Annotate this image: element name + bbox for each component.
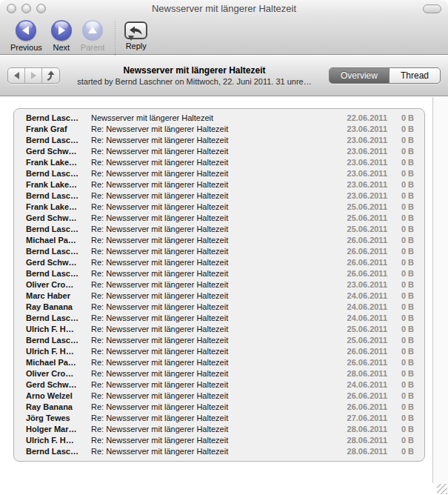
message-date: 23.06.2011 <box>338 279 387 290</box>
message-row[interactable]: Marc HaberRe: Newsserver mit längerer Ha… <box>14 290 424 302</box>
message-subject: Re: Newsserver mit längerer Haltezeit <box>91 368 338 379</box>
message-row[interactable]: Frank Lake…Re: Newsserver mit längerer H… <box>14 202 424 213</box>
message-size: 0 B <box>387 246 414 257</box>
message-date: 23.06.2011 <box>338 146 387 157</box>
message-subject: Re: Newsserver mit längerer Haltezeit <box>91 268 338 279</box>
thread-title-block: Newsserver mit längerer Haltezeit starte… <box>60 65 329 86</box>
previous-button[interactable]: Previous <box>6 20 47 52</box>
message-size: 0 B <box>387 213 414 224</box>
circle-arrow-up-icon <box>82 20 103 41</box>
message-date: 24.06.2011 <box>338 313 387 324</box>
message-author: Bernd Lasc… <box>26 446 91 457</box>
message-subject: Re: Newsserver mit längerer Haltezeit <box>91 435 338 446</box>
message-row[interactable]: Oliver Cro…Re: Newsserver mit längerer H… <box>14 368 424 379</box>
toolbar-toggle-pill[interactable] <box>423 4 441 13</box>
message-row[interactable]: Bernd Lasc…Re: Newsserver mit längerer H… <box>14 246 424 257</box>
message-date: 28.06.2011 <box>338 446 387 457</box>
message-subject: Re: Newsserver mit längerer Haltezeit <box>91 202 338 213</box>
message-row[interactable]: Frank Lake…Re: Newsserver mit längerer H… <box>14 179 424 190</box>
message-subject: Re: Newsserver mit längerer Haltezeit <box>91 179 338 190</box>
message-row[interactable]: Holger Mar…Re: Newsserver mit längerer H… <box>14 424 424 435</box>
titlebar[interactable]: Newsserver mit längerer Haltezeit <box>0 0 448 16</box>
minimize-button[interactable] <box>21 4 31 13</box>
circle-arrow-right-icon <box>51 20 72 41</box>
message-date: 25.06.2011 <box>338 335 387 346</box>
vertical-scrollbar-track[interactable] <box>432 97 448 483</box>
message-author: Arno Welzel <box>26 391 91 402</box>
message-row[interactable]: Bernd Lasc…Newsserver mit längerer Halte… <box>14 113 424 124</box>
thread-header: Newsserver mit längerer Haltezeit starte… <box>0 56 448 96</box>
message-subject: Re: Newsserver mit längerer Haltezeit <box>91 302 338 313</box>
close-button[interactable] <box>7 4 16 13</box>
message-row[interactable]: Ray BananaRe: Newsserver mit längerer Ha… <box>14 302 424 313</box>
message-row[interactable]: Frank Lake…Re: Newsserver mit längerer H… <box>14 157 424 168</box>
message-row[interactable]: Gerd Schw…Re: Newsserver mit längerer Ha… <box>14 146 424 157</box>
zoom-button[interactable] <box>36 4 46 13</box>
message-author: Ulrich F. H… <box>26 346 91 357</box>
message-row[interactable]: Jörg TewesRe: Newsserver mit längerer Ha… <box>14 413 424 424</box>
message-subject: Newsserver mit längerer Haltezeit <box>91 113 338 124</box>
message-author: Michael Pa… <box>26 235 91 246</box>
message-size: 0 B <box>387 335 414 346</box>
message-row[interactable]: Bernd Lasc…Re: Newsserver mit längerer H… <box>14 335 424 346</box>
message-date: 23.06.2011 <box>338 157 387 168</box>
message-date: 22.06.2011 <box>338 113 387 124</box>
toolbar: Previous Next Parent Reply <box>0 16 448 56</box>
message-row[interactable]: Michael Pa…Re: Newsserver mit längerer H… <box>14 235 424 246</box>
window-title: Newsserver mit längerer Haltezeit <box>0 0 448 17</box>
message-row[interactable]: Bernd Lasc…Re: Newsserver mit längerer H… <box>14 168 424 179</box>
message-size: 0 B <box>387 324 414 335</box>
previous-label: Previous <box>10 43 42 52</box>
message-row[interactable]: Bernd Lasc…Re: Newsserver mit längerer H… <box>14 190 424 202</box>
message-row[interactable]: Gerd Schw…Re: Newsserver mit längerer Ha… <box>14 257 424 268</box>
parent-button: Parent <box>76 20 109 52</box>
message-date: 25.06.2011 <box>338 202 387 213</box>
message-row[interactable]: Arno WelzelRe: Newsserver mit längerer H… <box>14 391 424 402</box>
message-row[interactable]: Ulrich F. H…Re: Newsserver mit längerer … <box>14 324 424 335</box>
window-resize-grip[interactable] <box>437 484 447 494</box>
back-button[interactable] <box>8 68 25 83</box>
traffic-lights <box>7 4 46 13</box>
message-date: 28.06.2011 <box>338 435 387 446</box>
up-button[interactable] <box>42 68 59 83</box>
tab-thread[interactable]: Thread <box>390 68 440 83</box>
message-author: Oliver Cro… <box>26 279 91 290</box>
message-date: 23.06.2011 <box>338 179 387 190</box>
message-date: 25.06.2011 <box>338 324 387 335</box>
forward-button[interactable] <box>25 68 42 83</box>
tab-overview[interactable]: Overview <box>330 68 390 83</box>
message-date: 26.06.2011 <box>338 391 387 402</box>
message-date: 25.06.2011 <box>338 224 387 235</box>
message-date: 26.06.2011 <box>338 346 387 357</box>
message-row[interactable]: Oliver Cro…Re: Newsserver mit längerer H… <box>14 279 424 290</box>
message-author: Bernd Lasc… <box>26 168 91 179</box>
message-author: Gerd Schw… <box>26 146 91 157</box>
message-row[interactable]: Bernd Lasc…Re: Newsserver mit längerer H… <box>14 224 424 235</box>
message-row[interactable]: Ray BananaRe: Newsserver mit längerer Ha… <box>14 402 424 413</box>
circle-arrow-left-icon <box>16 20 36 41</box>
message-row[interactable]: Gerd Schw…Re: Newsserver mit längerer Ha… <box>14 213 424 224</box>
message-size: 0 B <box>387 135 414 146</box>
message-row[interactable]: Frank GrafRe: Newsserver mit längerer Ha… <box>14 124 424 135</box>
message-row[interactable]: Gerd Schw…Re: Newsserver mit längerer Ha… <box>14 379 424 391</box>
message-row[interactable]: Bernd Lasc…Re: Newsserver mit längerer H… <box>14 135 424 146</box>
forward-arrow-icon <box>31 72 40 79</box>
message-date: 26.06.2011 <box>338 402 387 413</box>
parent-label: Parent <box>81 43 104 52</box>
message-author: Ulrich F. H… <box>26 435 91 446</box>
message-size: 0 B <box>387 357 414 368</box>
message-row[interactable]: Ulrich F. H…Re: Newsserver mit längerer … <box>14 346 424 357</box>
message-row[interactable]: Ulrich F. H…Re: Newsserver mit längerer … <box>14 435 424 446</box>
toolbar-separator <box>115 21 116 56</box>
message-row[interactable]: Michael Pa…Re: Newsserver mit längerer H… <box>14 357 424 368</box>
message-size: 0 B <box>387 190 414 202</box>
message-row[interactable]: Bernd Lasc…Re: Newsserver mit längerer H… <box>14 313 424 324</box>
message-subject: Re: Newsserver mit längerer Haltezeit <box>91 391 338 402</box>
message-author: Ulrich F. H… <box>26 324 91 335</box>
reply-button[interactable]: Reply <box>120 20 152 50</box>
message-row[interactable]: Bernd Lasc…Re: Newsserver mit längerer H… <box>14 268 424 279</box>
message-author: Gerd Schw… <box>26 213 91 224</box>
message-size: 0 B <box>387 157 414 168</box>
next-button[interactable]: Next <box>47 20 76 52</box>
message-row[interactable]: Bernd Lasc…Re: Newsserver mit längerer H… <box>14 446 424 457</box>
